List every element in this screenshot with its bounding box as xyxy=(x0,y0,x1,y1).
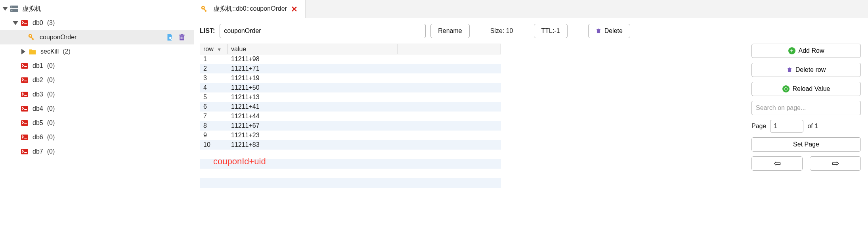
tree-node-db[interactable]: db2(0) xyxy=(0,73,194,87)
tree-node-db[interactable]: db7(0) xyxy=(0,144,194,159)
reload-value-button[interactable]: Reload Value xyxy=(751,82,861,96)
cell-row: 4 xyxy=(200,83,228,92)
database-icon xyxy=(20,75,29,85)
cell-value: 11211+67 xyxy=(228,121,398,131)
svg-rect-33 xyxy=(789,67,790,68)
svg-rect-32 xyxy=(788,68,791,69)
cell-row: 3 xyxy=(200,73,228,83)
key-type-label: LIST: xyxy=(200,27,215,35)
table-row[interactable]: 1011211+83 xyxy=(200,140,501,150)
ttl-button[interactable]: TTL:-1 xyxy=(534,24,568,38)
tabbar-empty xyxy=(305,0,868,18)
table-row[interactable]: 711211+44 xyxy=(200,112,501,121)
table-row[interactable]: 411211+50 xyxy=(200,83,501,92)
delete-key-icon[interactable] xyxy=(178,33,187,42)
tree-count: (0) xyxy=(47,77,55,84)
database-icon xyxy=(20,147,29,156)
svg-rect-29 xyxy=(597,29,600,30)
table-row[interactable]: 611211+41 xyxy=(200,102,501,112)
svg-rect-31 xyxy=(788,69,791,72)
reload-icon xyxy=(782,85,790,92)
value-table: row ▼ value 111211+98211211+71311211+194… xyxy=(200,44,501,227)
database-icon xyxy=(20,61,29,71)
page-input[interactable] xyxy=(770,120,803,133)
database-icon xyxy=(20,18,29,28)
tab-close-icon[interactable]: ✕ xyxy=(291,4,298,14)
cell-row: 10 xyxy=(200,140,228,150)
page-label: Page xyxy=(751,123,766,130)
tree-label: db4 xyxy=(33,105,43,112)
delete-row-button[interactable]: Delete row xyxy=(751,63,861,77)
folder-icon xyxy=(28,47,37,56)
expand-toggle-icon[interactable] xyxy=(13,20,18,26)
key-name-input[interactable] xyxy=(220,24,426,38)
cell-value: 11211+13 xyxy=(228,92,398,102)
add-row-button[interactable]: + Add Row xyxy=(751,44,861,58)
expand-toggle-icon[interactable] xyxy=(21,49,26,54)
delete-key-label: Delete xyxy=(604,27,623,35)
tree-label: 虚拟机 xyxy=(22,5,41,13)
tab-title: 虚拟机::db0::couponOrder xyxy=(213,5,287,13)
tree-label: db2 xyxy=(33,77,43,84)
set-page-button[interactable]: Set Page xyxy=(751,137,861,152)
svg-rect-14 xyxy=(181,37,182,39)
edit-key-icon[interactable] xyxy=(165,33,174,42)
svg-rect-28 xyxy=(597,30,600,33)
tree-label: db6 xyxy=(33,134,43,141)
database-icon xyxy=(20,133,29,142)
svg-point-25 xyxy=(203,7,204,8)
database-icon xyxy=(20,90,29,99)
tree-count: (0) xyxy=(47,119,55,127)
annotation-text: couponId+uid xyxy=(213,156,266,167)
table-row[interactable]: 311211+19 xyxy=(200,73,501,83)
cell-value: 11211+50 xyxy=(228,83,398,92)
tree-label: db3 xyxy=(33,91,43,98)
tree-node-db0[interactable]: db0 (3) xyxy=(0,16,194,30)
expand-toggle-icon[interactable] xyxy=(2,6,8,12)
tree-label: db5 xyxy=(33,119,43,127)
delete-key-button[interactable]: Delete xyxy=(588,24,630,38)
tree-node-db[interactable]: db3(0) xyxy=(0,87,194,102)
tree-count: (0) xyxy=(47,91,55,98)
sort-desc-icon: ▼ xyxy=(217,47,222,52)
column-header-row[interactable]: row ▼ xyxy=(200,44,228,54)
prev-page-button[interactable]: ⇦ xyxy=(751,156,803,171)
page-row: Page of 1 xyxy=(751,120,861,133)
table-row[interactable]: 111211+98 xyxy=(200,54,501,64)
column-header-value[interactable]: value xyxy=(228,44,398,54)
side-action-panel: + Add Row Delete row Reload Value Page xyxy=(751,44,861,227)
sidebar: 虚拟机 db0 (3) couponOrder secKill xyxy=(0,0,194,227)
table-row[interactable]: 511211+13 xyxy=(200,92,501,102)
tree-node-server[interactable]: 虚拟机 xyxy=(0,2,194,16)
tree-node-db[interactable]: db4(0) xyxy=(0,102,194,116)
cell-value: 11211+83 xyxy=(228,140,398,150)
tree-count: (3) xyxy=(47,19,55,27)
plus-icon: + xyxy=(788,47,795,54)
table-row[interactable]: 911211+23 xyxy=(200,131,501,140)
table-row[interactable]: 211211+71 xyxy=(200,64,501,73)
tabbar: 虚拟机::db0::couponOrder ✕ xyxy=(194,0,868,18)
tree-node-seckill[interactable]: secKill (2) xyxy=(0,44,194,59)
cell-row: 9 xyxy=(200,131,228,140)
svg-point-3 xyxy=(11,10,12,11)
cell-value: 11211+23 xyxy=(228,131,398,140)
rename-button[interactable]: Rename xyxy=(430,24,469,38)
cell-value: 11211+98 xyxy=(228,54,398,64)
key-editor-row: LIST: Rename Size: 10 TTL:-1 Delete xyxy=(200,24,861,38)
main-panel: 虚拟机::db0::couponOrder ✕ LIST: Rename Siz… xyxy=(194,0,868,227)
tree-node-db[interactable]: db6(0) xyxy=(0,130,194,144)
next-page-button[interactable]: ⇨ xyxy=(810,156,861,171)
table-row[interactable]: 811211+67 xyxy=(200,121,501,131)
cell-value: 11211+71 xyxy=(228,64,398,73)
cell-row: 2 xyxy=(200,64,228,73)
tree-count: (0) xyxy=(47,148,55,155)
search-input[interactable] xyxy=(751,101,861,115)
tab-couponorder[interactable]: 虚拟机::db0::couponOrder ✕ xyxy=(194,0,305,18)
svg-rect-12 xyxy=(179,35,184,36)
cell-row: 6 xyxy=(200,102,228,112)
tree-label: db7 xyxy=(33,148,43,155)
tree-node-db[interactable]: db1(0) xyxy=(0,59,194,73)
tree-node-db[interactable]: db5(0) xyxy=(0,116,194,130)
column-header-empty xyxy=(398,44,501,54)
tree-node-couponorder[interactable]: couponOrder xyxy=(0,30,194,44)
